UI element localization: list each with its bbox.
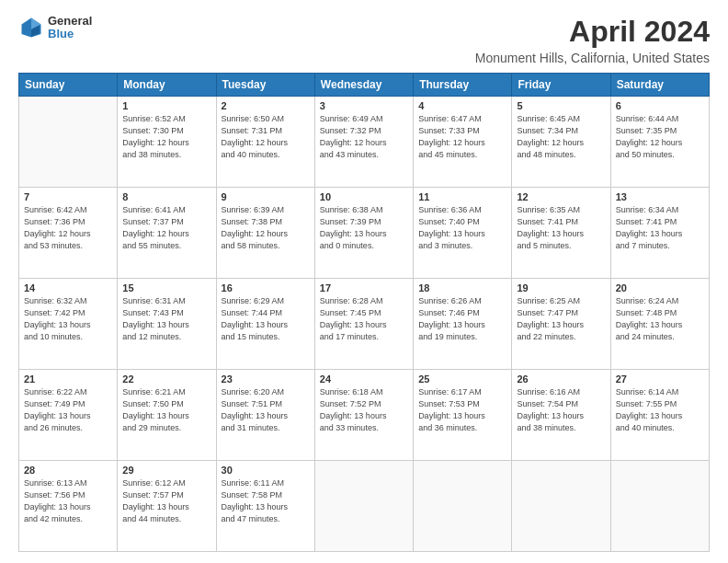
day-number: 9 [222,191,310,202]
table-row: 22Sunrise: 6:21 AM Sunset: 7:50 PM Dayli… [118,370,216,461]
page: General Blue April 2024 Monument Hills, … [0,0,728,563]
day-number: 26 [517,373,605,385]
day-info: Sunrise: 6:20 AM Sunset: 7:51 PM Dayligh… [222,386,310,434]
day-info: Sunrise: 6:28 AM Sunset: 7:45 PM Dayligh… [320,295,408,343]
day-number: 28 [24,465,112,476]
day-number: 25 [418,373,506,385]
table-row: 21Sunrise: 6:22 AM Sunset: 7:49 PM Dayli… [19,370,118,461]
day-number: 22 [122,373,210,385]
day-number: 21 [24,373,112,385]
calendar-week-row: 1Sunrise: 6:52 AM Sunset: 7:30 PM Daylig… [19,97,710,188]
logo-icon [18,15,44,40]
day-info: Sunrise: 6:42 AM Sunset: 7:36 PM Dayligh… [24,204,112,252]
table-row: 16Sunrise: 6:29 AM Sunset: 7:44 PM Dayli… [216,279,314,370]
table-row: 3Sunrise: 6:49 AM Sunset: 7:32 PM Daylig… [314,97,413,188]
table-row: 26Sunrise: 6:16 AM Sunset: 7:54 PM Dayli… [512,370,610,461]
day-number: 11 [418,191,506,202]
day-number: 17 [320,282,408,293]
table-row: 19Sunrise: 6:25 AM Sunset: 7:47 PM Dayli… [512,279,610,370]
day-number: 4 [418,100,506,111]
day-info: Sunrise: 6:29 AM Sunset: 7:44 PM Dayligh… [222,295,310,343]
col-monday: Monday [118,74,216,97]
day-info: Sunrise: 6:24 AM Sunset: 7:48 PM Dayligh… [616,295,704,343]
day-info: Sunrise: 6:49 AM Sunset: 7:32 PM Dayligh… [320,113,408,161]
table-row: 28Sunrise: 6:13 AM Sunset: 7:56 PM Dayli… [19,461,118,552]
table-row: 4Sunrise: 6:47 AM Sunset: 7:33 PM Daylig… [414,97,512,188]
table-row: 6Sunrise: 6:44 AM Sunset: 7:35 PM Daylig… [610,97,709,188]
day-info: Sunrise: 6:31 AM Sunset: 7:43 PM Dayligh… [122,295,210,343]
day-number: 19 [517,282,605,293]
table-row [512,461,610,552]
day-info: Sunrise: 6:11 AM Sunset: 7:58 PM Dayligh… [222,477,310,525]
table-row: 2Sunrise: 6:50 AM Sunset: 7:31 PM Daylig… [216,97,314,188]
day-info: Sunrise: 6:12 AM Sunset: 7:57 PM Dayligh… [122,477,210,525]
day-info: Sunrise: 6:25 AM Sunset: 7:47 PM Dayligh… [517,295,605,343]
day-number: 27 [616,373,704,385]
day-number: 3 [320,100,408,111]
day-number: 12 [517,191,605,202]
day-number: 16 [222,282,310,293]
table-row: 8Sunrise: 6:41 AM Sunset: 7:37 PM Daylig… [118,188,216,279]
day-number: 10 [320,191,408,202]
day-number: 1 [122,100,210,111]
logo: General Blue [18,15,92,41]
day-info: Sunrise: 6:13 AM Sunset: 7:56 PM Dayligh… [24,477,112,525]
table-row: 1Sunrise: 6:52 AM Sunset: 7:30 PM Daylig… [118,97,216,188]
day-info: Sunrise: 6:52 AM Sunset: 7:30 PM Dayligh… [122,113,210,161]
table-row: 9Sunrise: 6:39 AM Sunset: 7:38 PM Daylig… [216,188,314,279]
table-row: 11Sunrise: 6:36 AM Sunset: 7:40 PM Dayli… [414,188,512,279]
col-thursday: Thursday [414,74,512,97]
table-row: 14Sunrise: 6:32 AM Sunset: 7:42 PM Dayli… [19,279,118,370]
table-row: 7Sunrise: 6:42 AM Sunset: 7:36 PM Daylig… [19,188,118,279]
table-row: 10Sunrise: 6:38 AM Sunset: 7:39 PM Dayli… [314,188,413,279]
day-info: Sunrise: 6:14 AM Sunset: 7:55 PM Dayligh… [616,386,704,434]
col-tuesday: Tuesday [216,74,314,97]
day-info: Sunrise: 6:35 AM Sunset: 7:41 PM Dayligh… [517,204,605,252]
table-row: 18Sunrise: 6:26 AM Sunset: 7:46 PM Dayli… [414,279,512,370]
day-info: Sunrise: 6:45 AM Sunset: 7:34 PM Dayligh… [517,113,605,161]
day-number: 13 [616,191,704,202]
table-row: 27Sunrise: 6:14 AM Sunset: 7:55 PM Dayli… [610,370,709,461]
day-info: Sunrise: 6:38 AM Sunset: 7:39 PM Dayligh… [320,204,408,252]
day-info: Sunrise: 6:32 AM Sunset: 7:42 PM Dayligh… [24,295,112,343]
day-number: 6 [616,100,704,111]
calendar-week-row: 7Sunrise: 6:42 AM Sunset: 7:36 PM Daylig… [19,188,710,279]
calendar-header-row: Sunday Monday Tuesday Wednesday Thursday… [19,74,710,97]
table-row [19,97,118,188]
table-row: 30Sunrise: 6:11 AM Sunset: 7:58 PM Dayli… [216,461,314,552]
subtitle: Monument Hills, California, United State… [475,51,710,65]
table-row: 12Sunrise: 6:35 AM Sunset: 7:41 PM Dayli… [512,188,610,279]
day-number: 24 [320,373,408,385]
day-info: Sunrise: 6:50 AM Sunset: 7:31 PM Dayligh… [222,113,310,161]
day-info: Sunrise: 6:39 AM Sunset: 7:38 PM Dayligh… [222,204,310,252]
day-number: 8 [122,191,210,202]
col-saturday: Saturday [610,74,709,97]
title-block: April 2024 Monument Hills, California, U… [475,15,710,65]
day-info: Sunrise: 6:21 AM Sunset: 7:50 PM Dayligh… [122,386,210,434]
day-number: 7 [24,191,112,202]
logo-general-text: General [48,15,92,28]
table-row: 24Sunrise: 6:18 AM Sunset: 7:52 PM Dayli… [314,370,413,461]
day-info: Sunrise: 6:36 AM Sunset: 7:40 PM Dayligh… [418,204,506,252]
main-title: April 2024 [475,15,710,49]
day-info: Sunrise: 6:41 AM Sunset: 7:37 PM Dayligh… [122,204,210,252]
day-info: Sunrise: 6:47 AM Sunset: 7:33 PM Dayligh… [418,113,506,161]
logo-text: General Blue [48,15,92,41]
table-row: 17Sunrise: 6:28 AM Sunset: 7:45 PM Dayli… [314,279,413,370]
col-wednesday: Wednesday [314,74,413,97]
table-row: 25Sunrise: 6:17 AM Sunset: 7:53 PM Dayli… [414,370,512,461]
table-row: 20Sunrise: 6:24 AM Sunset: 7:48 PM Dayli… [610,279,709,370]
day-number: 5 [517,100,605,111]
day-info: Sunrise: 6:44 AM Sunset: 7:35 PM Dayligh… [616,113,704,161]
col-sunday: Sunday [19,74,118,97]
header: General Blue April 2024 Monument Hills, … [18,15,710,65]
day-info: Sunrise: 6:22 AM Sunset: 7:49 PM Dayligh… [24,386,112,434]
day-number: 20 [616,282,704,293]
table-row [414,461,512,552]
day-info: Sunrise: 6:17 AM Sunset: 7:53 PM Dayligh… [418,386,506,434]
table-row [314,461,413,552]
table-row: 23Sunrise: 6:20 AM Sunset: 7:51 PM Dayli… [216,370,314,461]
day-info: Sunrise: 6:18 AM Sunset: 7:52 PM Dayligh… [320,386,408,434]
day-number: 14 [24,282,112,293]
calendar-week-row: 14Sunrise: 6:32 AM Sunset: 7:42 PM Dayli… [19,279,710,370]
